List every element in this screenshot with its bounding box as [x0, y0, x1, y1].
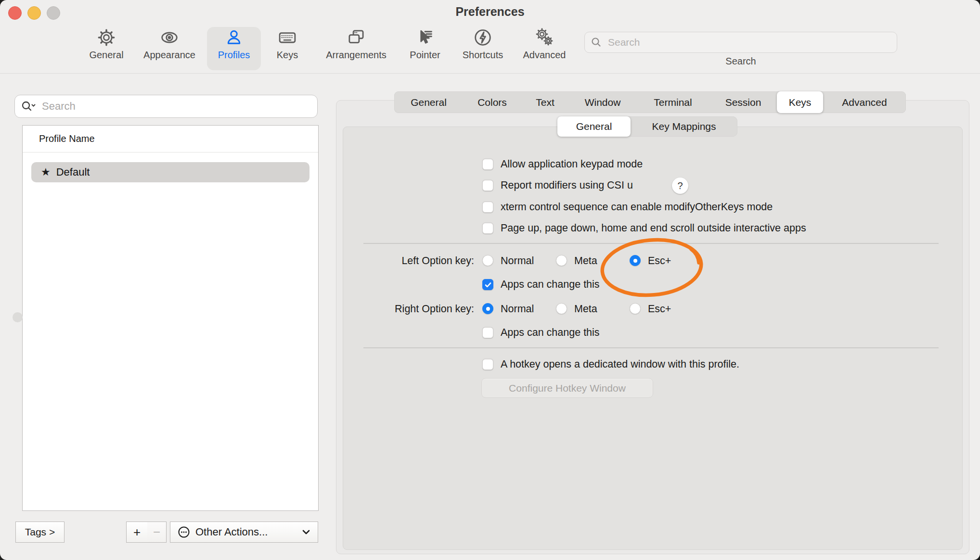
- subtab-key-mappings[interactable]: Key Mappings: [631, 116, 737, 137]
- gears-icon: [535, 26, 554, 49]
- tab-window[interactable]: Window: [569, 91, 636, 113]
- search-scope-icon: [21, 100, 36, 113]
- checkbox-hotkey-window[interactable]: [482, 359, 493, 370]
- toolbar-item-keys[interactable]: Keys: [251, 26, 323, 71]
- keys-subtab-bar: General Key Mappings: [557, 116, 737, 137]
- toolbar-item-arrangements[interactable]: Arrangements: [320, 26, 392, 71]
- checkbox-label: xterm control sequence can enable modify…: [501, 200, 773, 214]
- tab-advanced[interactable]: Advanced: [823, 91, 906, 113]
- checkbox-right-apps-can-change[interactable]: [482, 327, 493, 338]
- checkmark-icon: [484, 281, 492, 289]
- help-button[interactable]: ?: [672, 178, 688, 194]
- checkbox-label: A hotkey opens a dedicated window with t…: [501, 357, 739, 371]
- radio-left-meta[interactable]: [556, 255, 567, 266]
- tab-text[interactable]: Text: [521, 91, 569, 113]
- radio-label: Normal: [501, 254, 534, 267]
- radio-right-esc[interactable]: [630, 303, 641, 314]
- checkbox-csi-u[interactable]: [482, 180, 493, 191]
- checkbox-left-apps-can-change[interactable]: [482, 279, 493, 290]
- profile-list-header: Profile Name: [23, 126, 318, 153]
- toolbar-label: Advanced: [523, 50, 566, 61]
- eye-icon: [160, 26, 179, 49]
- radio-left-normal[interactable]: [482, 255, 493, 266]
- tab-general[interactable]: General: [394, 91, 463, 113]
- profile-name: Default: [56, 166, 90, 178]
- radio-label: Esc+: [648, 254, 671, 267]
- toolbar-item-advanced[interactable]: Advanced: [508, 26, 580, 71]
- profile-list: Profile Name ★ Default: [22, 125, 319, 511]
- profile-search-input[interactable]: [41, 100, 311, 113]
- toolbar-divider: [0, 73, 980, 74]
- other-actions-label: Other Actions...: [195, 526, 297, 538]
- person-icon: [224, 26, 244, 49]
- bolt-circle-icon: [473, 26, 492, 49]
- tags-button[interactable]: Tags >: [15, 522, 64, 543]
- toolbar: General Appearance Profiles: [0, 24, 980, 73]
- configure-hotkey-window-button[interactable]: Configure Hotkey Window: [481, 378, 653, 398]
- radio-label: Normal: [501, 302, 534, 316]
- windows-icon: [347, 26, 366, 49]
- separator: [363, 243, 939, 244]
- checkbox-modify-other-keys[interactable]: [482, 202, 493, 213]
- left-option-key-label: Left Option key:: [308, 254, 474, 267]
- titlebar: Preferences: [0, 0, 980, 24]
- search-icon: [591, 37, 602, 48]
- profile-tab-bar: General Colors Text Window Terminal Sess…: [394, 91, 906, 113]
- cursor-icon: [415, 26, 435, 49]
- checkbox-keypad-mode[interactable]: [482, 159, 493, 170]
- subtab-general[interactable]: General: [557, 116, 631, 137]
- separator: [363, 347, 939, 348]
- checkbox-page-scroll[interactable]: [482, 223, 493, 234]
- star-icon: ★: [41, 167, 51, 178]
- tab-terminal[interactable]: Terminal: [636, 91, 709, 113]
- toolbar-label: Profiles: [218, 50, 250, 61]
- other-actions-dropdown[interactable]: Other Actions...: [170, 522, 318, 543]
- keyboard-icon: [278, 26, 297, 49]
- toolbar-label: Arrangements: [326, 50, 387, 61]
- radio-right-meta[interactable]: [556, 303, 567, 314]
- checkbox-label: Apps can change this: [501, 278, 600, 291]
- toolbar-search-input[interactable]: [607, 36, 891, 49]
- profile-search-field[interactable]: [14, 95, 318, 118]
- chevron-down-icon: [301, 529, 311, 535]
- circle-ellipsis-icon: [177, 525, 191, 539]
- toolbar-search-label: Search: [584, 56, 897, 67]
- toolbar-label: General: [89, 50, 123, 61]
- radio-label: Meta: [574, 254, 597, 267]
- keys-general-panel: [343, 127, 963, 550]
- radio-right-normal[interactable]: [482, 303, 493, 314]
- toolbar-label: Pointer: [410, 50, 440, 61]
- add-profile-button[interactable]: +: [126, 522, 148, 543]
- checkbox-label: Apps can change this: [501, 326, 600, 339]
- profile-row-default[interactable]: ★ Default: [31, 162, 309, 182]
- toolbar-search-field[interactable]: [584, 32, 897, 53]
- toolbar-label: Shortcuts: [463, 50, 503, 61]
- gear-icon: [97, 26, 116, 49]
- right-option-key-label: Right Option key:: [308, 302, 474, 316]
- remove-profile-button[interactable]: −: [147, 522, 167, 543]
- preferences-window: Preferences General Appearance: [0, 0, 980, 560]
- toolbar-label: Appearance: [143, 50, 195, 61]
- radio-label: Meta: [574, 302, 597, 316]
- checkbox-label: Report modifiers using CSI u: [501, 178, 633, 192]
- tab-colors[interactable]: Colors: [463, 91, 521, 113]
- window-edge-dot: [13, 312, 23, 322]
- toolbar-item-general[interactable]: General: [70, 26, 142, 71]
- toolbar-item-appearance[interactable]: Appearance: [133, 26, 206, 71]
- window-title: Preferences: [0, 5, 980, 19]
- tab-keys[interactable]: Keys: [777, 91, 823, 113]
- radio-left-esc[interactable]: [630, 255, 641, 266]
- toolbar-label: Keys: [277, 50, 298, 61]
- tab-session[interactable]: Session: [709, 91, 777, 113]
- checkbox-label: Page up, page down, home and end scroll …: [501, 221, 806, 235]
- radio-label: Esc+: [648, 302, 671, 316]
- checkbox-label: Allow application keypad mode: [501, 157, 643, 171]
